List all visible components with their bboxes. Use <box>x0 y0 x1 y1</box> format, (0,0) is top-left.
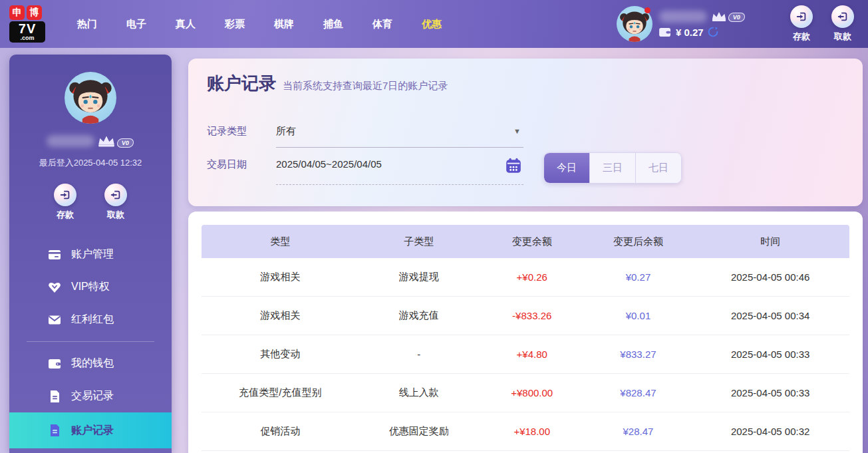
main-nav: 热门 电子 真人 彩票 棋牌 捕鱼 体育 优惠 <box>63 11 456 37</box>
cell-type: 充值类型/充值型别 <box>202 386 359 399</box>
sidebar-item-label: 交易记录 <box>71 389 114 403</box>
col-after-balance: 变更后余额 <box>585 235 692 248</box>
username-blurred <box>47 135 94 147</box>
username-blurred <box>659 11 707 23</box>
record-type-label: 记录类型 <box>207 125 247 138</box>
table-header: 类型 子类型 变更余额 变更后余额 时间 <box>202 225 849 258</box>
crown-icon <box>97 134 116 148</box>
table-row: 促销活动 优惠固定奖励 +¥18.00 ¥28.47 2025-04-05 00… <box>202 412 849 451</box>
cell-change: -¥833.26 <box>479 310 585 321</box>
document-icon <box>48 390 61 403</box>
withdraw-icon <box>831 5 854 28</box>
cell-type: 其他变动 <box>202 348 359 361</box>
nav-item-slots[interactable]: 电子 <box>112 11 161 37</box>
record-type-select[interactable]: 所有 ▼ <box>276 125 523 148</box>
sidebar-item-label: VIP特权 <box>71 280 110 294</box>
sidebar-item-bonus[interactable]: 红利红包 <box>9 303 172 336</box>
cell-time: 2025-04-05 00:34 <box>691 310 849 321</box>
calendar-icon[interactable] <box>505 157 522 174</box>
vip-level: V0 <box>711 11 745 22</box>
sidebar-withdraw-button[interactable]: 取款 <box>100 184 132 221</box>
page-title: 账户记录 <box>207 72 276 95</box>
sidebar: V0 最后登入2025-04-05 12:32 存款 <box>9 55 172 453</box>
vip-heart-icon <box>48 281 61 294</box>
logo-brand-chars: 申 博 <box>9 5 45 20</box>
vip-badge: V0 <box>728 13 746 22</box>
col-type: 类型 <box>202 235 359 248</box>
withdraw-button[interactable]: 取款 <box>827 5 859 43</box>
nav-item-live[interactable]: 真人 <box>161 11 210 37</box>
sidebar-deposit-button[interactable]: 存款 <box>49 184 81 221</box>
deposit-button[interactable]: 存款 <box>786 5 817 43</box>
cell-after-balance: ¥28.47 <box>585 426 692 437</box>
table-row: 游戏相关 游戏充值 -¥833.26 ¥0.01 2025-04-05 00:3… <box>202 297 849 335</box>
date-range-label: 交易日期 <box>207 158 247 171</box>
deposit-icon <box>54 184 76 206</box>
last-login-text: 最后登入2025-04-05 12:32 <box>39 157 142 169</box>
cell-change: +¥4.80 <box>479 349 585 360</box>
account-records-table-card: 类型 子类型 变更余额 变更后余额 时间 游戏相关 游戏提现 +¥0.26 ¥0… <box>188 212 863 453</box>
chevron-down-icon: ▼ <box>513 127 521 135</box>
withdraw-icon <box>104 184 127 206</box>
envelope-icon <box>48 313 61 327</box>
col-time: 时间 <box>691 235 849 248</box>
cell-change: +¥0.26 <box>479 271 585 283</box>
nav-item-sports[interactable]: 体育 <box>358 11 407 37</box>
user-info: V0 ¥ 0.27 <box>659 11 759 38</box>
wallet-icon <box>659 27 672 37</box>
cell-type: 游戏相关 <box>202 271 359 283</box>
menu-divider <box>27 341 154 342</box>
notification-dot <box>645 7 651 13</box>
cell-time: 2025-04-05 00:33 <box>691 387 849 398</box>
top-navbar: 申 博 7V .com 热门 电子 真人 彩票 棋牌 捕鱼 体育 优惠 <box>0 0 868 48</box>
logo-tld: .com <box>11 35 44 41</box>
deposit-label: 存款 <box>793 31 810 43</box>
page-subtitle: 当前系统支持查询最近7日的账户记录 <box>283 80 448 92</box>
cell-subtype: 游戏提现 <box>359 271 479 283</box>
range-tab-3days[interactable]: 三日 <box>590 153 636 183</box>
sidebar-menu: 账户管理 VIP特权 红利红包 我的钱包 <box>9 238 172 448</box>
sidebar-item-transaction-records[interactable]: 交易记录 <box>9 380 172 412</box>
cell-subtype: 优惠固定奖励 <box>359 425 479 438</box>
logo-char-1: 申 <box>9 5 25 20</box>
nav-item-hot[interactable]: 热门 <box>63 11 112 37</box>
col-change: 变更余额 <box>479 235 585 248</box>
avatar-cartoon-girl <box>65 72 116 124</box>
sidebar-item-label: 账户管理 <box>71 247 114 261</box>
account-records-filter-card: 账户记录 当前系统支持查询最近7日的账户记录 记录类型 所有 ▼ 交易日期 20… <box>188 59 863 206</box>
bank-card-icon <box>48 248 61 261</box>
nav-item-lottery[interactable]: 彩票 <box>210 11 259 37</box>
balance-amount: ¥ 0.27 <box>676 27 704 38</box>
cell-subtype: 线上入款 <box>359 386 479 399</box>
sidebar-item-wallet[interactable]: 我的钱包 <box>9 347 172 380</box>
nav-item-promo[interactable]: 优惠 <box>407 11 456 37</box>
cell-time: 2025-04-05 00:33 <box>691 349 849 360</box>
record-type-value: 所有 <box>276 125 296 136</box>
sidebar-avatar <box>65 72 116 124</box>
cell-change: +¥18.00 <box>479 426 585 437</box>
logo-name-block: 7V .com <box>9 21 45 43</box>
sidebar-item-vip[interactable]: VIP特权 <box>9 271 172 303</box>
deposit-icon <box>790 5 813 28</box>
sidebar-item-account-management[interactable]: 账户管理 <box>9 238 172 271</box>
cell-type: 促销活动 <box>202 425 359 438</box>
nav-item-chess[interactable]: 棋牌 <box>259 11 309 37</box>
wallet-icon <box>48 357 61 371</box>
site-logo[interactable]: 申 博 7V .com <box>9 5 45 43</box>
date-range-input[interactable]: 2025/04/05~2025/04/05 <box>276 158 523 185</box>
deposit-label: 存款 <box>57 209 74 221</box>
logo-name: 7V <box>11 22 44 35</box>
user-avatar[interactable] <box>617 6 652 42</box>
sidebar-item-account-records[interactable]: 账户记录 <box>9 412 172 448</box>
col-subtype: 子类型 <box>359 235 479 248</box>
range-tab-today[interactable]: 今日 <box>544 153 590 183</box>
nav-item-fishing[interactable]: 捕鱼 <box>309 11 358 37</box>
sidebar-item-label: 我的钱包 <box>71 357 114 371</box>
range-tab-7days[interactable]: 七日 <box>636 153 681 183</box>
cell-after-balance: ¥828.47 <box>585 387 692 398</box>
cell-after-balance: ¥0.27 <box>585 271 692 283</box>
table-row: 游戏相关 游戏提现 +¥0.26 ¥0.27 2025-04-05 00:46 <box>202 258 849 297</box>
cell-time: 2025-04-05 00:46 <box>691 271 849 283</box>
withdraw-label: 取款 <box>834 31 851 43</box>
refresh-icon[interactable] <box>708 27 718 37</box>
